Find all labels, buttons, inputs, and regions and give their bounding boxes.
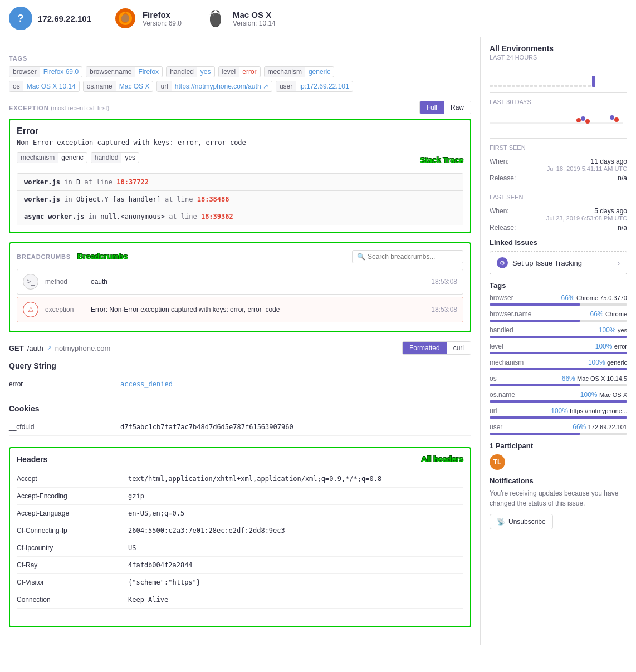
exception-type: Error [17,126,463,136]
header-val-cf-ray: 4fafdb004f2a2844 [128,561,463,569]
header-val-cf-connecting-ip: 2604:5500:c2a3:7e01:28ec:e2df:2dd8:9ec3 [128,527,463,534]
bc-type-0: method [45,278,84,286]
sidebar-env-title: All Environments [490,44,627,53]
bc-search-box[interactable]: 🔍 [352,250,463,263]
last-release-row: Release: n/a [490,224,627,232]
cookies-table: __cfduid d7f5abc1cb7faf7ac7b48d7d6d5e787… [9,419,471,436]
bc-desc-1: Error: Non-Error exception captured with… [91,306,424,313]
bar [561,85,564,87]
query-row-0: error access_denied [9,376,471,393]
first-release-val: n/a [618,174,627,182]
header-val-accept: text/html,application/xhtml+xml,applicat… [128,475,463,483]
main-content: TAGS browser Firefox 69.0 browser.name F… [0,37,480,645]
tag-user[interactable]: user ip:172.69.22.101 [276,81,353,92]
full-button[interactable]: Full [420,101,444,114]
firefox-icon [114,7,137,30]
tag-level[interactable]: level error [218,66,261,77]
bar [543,85,546,87]
header-key-accept: Accept [17,475,128,483]
sidebar-tag-level: level 100% error [490,342,627,354]
first-when-val: 11 days ago [547,158,627,165]
formatted-button[interactable]: Formatted [403,342,447,354]
header-row-accept-language: Accept-Language en-US,en;q=0.5 [17,505,463,522]
bar [503,85,506,87]
tag-url[interactable]: url https://notmyphone.com/auth ↗ [156,81,272,92]
stack-frame-2: async worker.js in null.<anonymous> at l… [17,208,463,225]
curl-button[interactable]: curl [447,342,471,354]
exception-header: EXCEPTION (most recent call first) Full … [9,101,471,114]
last-seen-when-row: When: 5 days ago Jul 23, 2019 6:53:08 PM… [490,207,627,222]
last-seen-title: LAST SEEN [490,194,627,200]
breadcrumbs-header: BREADCRUMBS Breadcrumbs 🔍 [17,250,463,263]
release-label-1: Release: [490,174,516,182]
all-headers-label: All headers [422,455,463,464]
ip-item: ? 172.69.22.101 [9,7,91,30]
bc-search-input[interactable] [368,253,457,261]
bar [579,85,582,87]
ip-icon: ? [9,7,32,30]
tag-os[interactable]: os Mac OS X 10.14 [9,81,80,92]
last-release-val: n/a [618,224,627,232]
unsubscribe-button[interactable]: 📡 Unsubscribe [490,514,553,529]
sidebar-last30-label: LAST 30 DAYS [490,99,627,105]
os-name: Mac OS X [233,10,276,19]
bc-colored-label: Breadcrumbs [77,252,128,261]
external-link-icon[interactable]: ↗ [47,345,52,352]
chevron-right-icon: › [618,259,620,267]
sidebar-tag-browser: browser 66% Chrome 75.0.3770 [490,294,627,306]
exception-label: EXCEPTION (most recent call first) [9,104,109,112]
tag-os-name[interactable]: os.name Mac OS X [83,81,154,92]
tag-browser[interactable]: browser Firefox 69.0 [9,66,82,77]
cookie-val-0: d7f5abc1cb7faf7ac7b48d7d6d5e787f61563907… [120,423,471,431]
participants-title: 1 Participant [490,442,627,450]
header-val-connection: Keep-Alive [128,596,463,604]
header-val-accept-language: en-US,en;q=0.5 [128,509,463,517]
query-key-0: error [9,380,120,388]
chart-24h [490,67,627,87]
header-key-accept-language: Accept-Language [17,509,128,517]
when-label: When: [490,158,509,165]
header-key-connection: Connection [17,596,128,604]
bc-time-0: 18:53:08 [431,278,457,286]
ip-info: 172.69.22.101 [38,14,91,23]
stack-frames: worker.js in D at line 18:37722 worker.j… [17,173,463,225]
apple-icon:  [204,7,227,30]
participant-avatar: TL [490,454,505,470]
first-seen-title: FIRST SEEN [490,144,627,151]
chart-30d [490,112,627,131]
header-key-cf-visitor: Cf-Visitor [17,578,128,586]
headers-title-row: Headers All headers [17,455,463,464]
bar [512,85,515,87]
exc-tag-mechanism: mechanism generic [17,152,87,163]
sidebar-tag-user: user 66% 172.69.22.101 [490,423,627,435]
tags-row-1: browser Firefox 69.0 browser.name Firefo… [9,66,471,77]
bc-section-label: BREADCRUMBS [17,253,71,260]
tag-handled[interactable]: handled yes [166,66,214,77]
svg-point-8 [581,116,585,121]
exception-icon: ⚠ [23,302,38,317]
tag-mechanism[interactable]: mechanism generic [264,66,335,77]
sidebar-tag-handled: handled 100% yes [490,326,627,338]
stack-trace-label: Stack Trace [420,156,463,165]
headers-box: Headers All headers Accept text/html,app… [9,447,471,627]
query-string-title: Query String [9,361,471,370]
unsubscribe-icon: 📡 [497,518,505,526]
setup-issue-tracking[interactable]: ⚙ Set up Issue Tracking › [490,251,627,274]
tags-row-2: os Mac OS X 10.14 os.name Mac OS X url h… [9,81,471,92]
browser-version: Version: 69.0 [143,19,182,27]
header-key-cf-ipcountry: Cf-Ipcountry [17,544,128,552]
unsubscribe-label: Unsubscribe [508,518,546,526]
tag-browser-name[interactable]: browser.name Firefox [86,66,163,77]
raw-button[interactable]: Raw [444,101,471,114]
sidebar: All Environments LAST 24 HOURS [480,37,636,645]
bar [525,85,529,87]
bar [570,85,573,87]
exception-box: Error Non-Error exception captured with … [9,119,471,233]
sidebar-tag-url: url 100% https://notmyphone... [490,407,627,419]
header-row-accept: Accept text/html,application/xhtml+xml,a… [17,470,463,488]
http-method: GET [9,344,24,352]
bar [521,85,524,87]
setup-issue-label: Set up Issue Tracking [512,259,582,267]
request-url: GET /auth ↗ notmyphone.com [9,344,110,352]
svg-point-7 [576,118,581,122]
